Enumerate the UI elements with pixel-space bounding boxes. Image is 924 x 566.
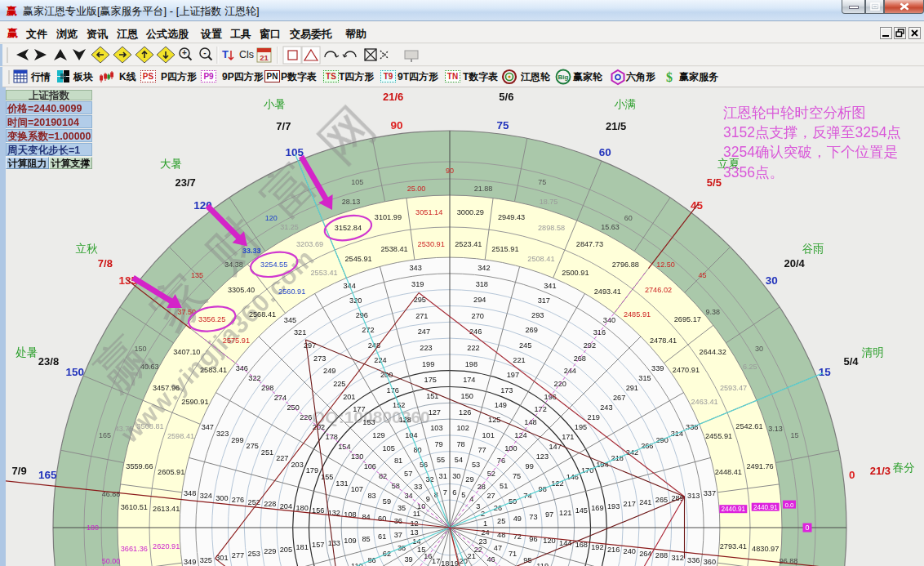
svg-text:249: 249: [323, 367, 335, 375]
svg-text:2448.41: 2448.41: [715, 468, 742, 476]
svg-text:192: 192: [591, 543, 603, 551]
svg-text:2553.41: 2553.41: [310, 269, 337, 277]
svg-text:219: 219: [588, 413, 600, 421]
svg-text:193: 193: [607, 502, 620, 510]
svg-text:319: 319: [411, 280, 424, 288]
svg-text:Big: Big: [558, 74, 569, 81]
svg-text:241: 241: [639, 498, 651, 506]
svg-text:春分: 春分: [893, 461, 915, 474]
svg-text:179: 179: [306, 466, 318, 475]
svg-text:3559.66: 3559.66: [126, 462, 153, 470]
svg-text:47: 47: [494, 544, 502, 552]
svg-text:处暑: 处暑: [16, 346, 38, 359]
svg-text:21/5: 21/5: [606, 120, 626, 132]
svg-text:349: 349: [184, 558, 196, 566]
svg-text:3305.40: 3305.40: [228, 286, 255, 294]
svg-text:97: 97: [545, 510, 553, 519]
svg-text:21: 21: [260, 53, 269, 62]
svg-text:275: 275: [247, 442, 259, 450]
svg-text:269: 269: [525, 326, 537, 334]
svg-text:298: 298: [261, 384, 273, 392]
svg-text:222: 222: [467, 344, 479, 352]
svg-text:294: 294: [473, 296, 486, 304]
svg-text:154: 154: [338, 443, 350, 451]
svg-text:18: 18: [441, 559, 449, 566]
svg-text:4: 4: [469, 495, 473, 503]
svg-text:31.25: 31.25: [280, 223, 299, 231]
svg-text:2491.76: 2491.76: [746, 462, 773, 470]
svg-text:297: 297: [304, 341, 316, 350]
svg-text:7/7: 7/7: [276, 120, 291, 132]
svg-text:34.38: 34.38: [224, 261, 243, 269]
svg-text:126: 126: [459, 408, 471, 417]
svg-text:3407.10: 3407.10: [173, 348, 200, 356]
svg-text:77: 77: [478, 446, 486, 454]
svg-text:25.00: 25.00: [407, 185, 426, 193]
svg-text:21/6: 21/6: [383, 91, 403, 103]
svg-text:60: 60: [378, 515, 386, 523]
svg-text:71: 71: [509, 550, 517, 558]
svg-text:203: 203: [291, 461, 303, 469]
svg-text:50.00: 50.00: [102, 557, 121, 565]
svg-text:198: 198: [465, 360, 478, 368]
svg-text:0: 0: [849, 469, 855, 481]
svg-text:251: 251: [261, 448, 273, 457]
svg-text:0.0: 0.0: [784, 501, 794, 509]
svg-text:2695.17: 2695.17: [674, 315, 701, 323]
svg-text:20/4: 20/4: [784, 257, 805, 270]
svg-text:75: 75: [513, 472, 521, 480]
svg-text:3203.69: 3203.69: [296, 240, 323, 248]
svg-text:5/4: 5/4: [843, 355, 859, 368]
svg-text:347: 347: [202, 423, 214, 431]
svg-text:2605.91: 2605.91: [158, 468, 184, 476]
svg-text:3101.99: 3101.99: [375, 213, 402, 221]
svg-text:9.38: 9.38: [706, 308, 721, 316]
svg-text:2746.02: 2746.02: [645, 286, 672, 294]
svg-text:323: 323: [216, 430, 229, 438]
svg-text:90: 90: [391, 119, 403, 131]
svg-text:107: 107: [351, 485, 363, 493]
svg-text:216: 216: [607, 546, 620, 554]
svg-text:43.75: 43.75: [115, 425, 134, 433]
svg-text:-: -: [203, 48, 206, 57]
svg-text:5/5: 5/5: [707, 176, 722, 189]
svg-text:345: 345: [284, 316, 296, 324]
svg-text:253: 253: [248, 550, 260, 558]
svg-text:81: 81: [394, 457, 402, 465]
svg-text:2593.47: 2593.47: [720, 384, 747, 392]
svg-text:5: 5: [461, 491, 465, 499]
svg-text:324: 324: [200, 492, 212, 500]
svg-text:204: 204: [280, 502, 292, 510]
svg-text:2470.91: 2470.91: [673, 366, 700, 374]
svg-text:273: 273: [313, 354, 326, 363]
svg-text:51: 51: [500, 482, 508, 490]
svg-text:150: 150: [135, 345, 147, 353]
svg-text:37: 37: [394, 531, 402, 539]
svg-text:173: 173: [500, 386, 513, 394]
svg-text:2530.91: 2530.91: [418, 240, 445, 248]
svg-text:244: 244: [564, 367, 576, 375]
svg-text:343: 343: [409, 264, 421, 272]
svg-text:360: 360: [704, 558, 716, 566]
svg-text:7: 7: [443, 488, 447, 497]
svg-text:318: 318: [476, 280, 488, 288]
svg-text:23/7: 23/7: [175, 176, 195, 189]
svg-text:243: 243: [600, 403, 612, 412]
svg-text:30: 30: [766, 274, 778, 287]
svg-text:13: 13: [410, 528, 418, 537]
svg-text:85: 85: [362, 535, 370, 543]
svg-text:27: 27: [486, 492, 495, 500]
svg-text:265: 265: [655, 496, 668, 504]
svg-text:7/9: 7/9: [12, 465, 27, 477]
svg-text:291: 291: [626, 384, 638, 392]
svg-text:谷雨: 谷雨: [802, 243, 824, 255]
svg-text:225: 225: [333, 380, 345, 388]
svg-text:228: 228: [264, 500, 276, 508]
svg-text:120: 120: [265, 214, 278, 222]
svg-text:100: 100: [504, 444, 517, 452]
svg-text:2620.91: 2620.91: [153, 542, 180, 550]
svg-text:2455.91: 2455.91: [705, 432, 732, 440]
svg-text:3254.55: 3254.55: [260, 261, 287, 269]
svg-text:小暑: 小暑: [264, 98, 286, 110]
svg-text:135: 135: [191, 271, 203, 279]
